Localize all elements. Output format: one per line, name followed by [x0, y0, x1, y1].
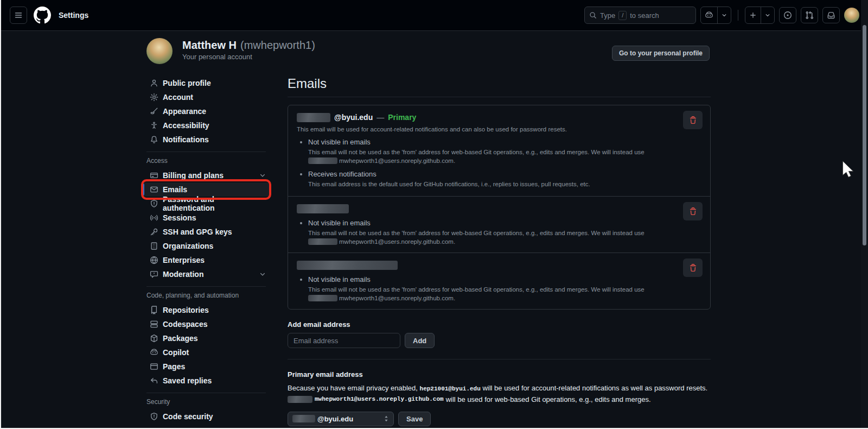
email-properties-list: Not visible in emails This email will no…: [297, 219, 675, 245]
plus-icon[interactable]: [745, 7, 761, 23]
sidebar-item-password-and-authentication[interactable]: Password and authentication: [142, 197, 270, 211]
issues-icon: [783, 11, 792, 20]
redacted-email-prefix: [292, 415, 315, 422]
sidebar-item-label: Packages: [163, 334, 198, 343]
sidebar-item-billing-and-plans[interactable]: Billing and plans: [142, 168, 270, 182]
user-avatar[interactable]: [844, 8, 859, 23]
sidebar-item-label: Notifications: [163, 135, 209, 144]
email-address-line: [297, 260, 675, 270]
email-address-input[interactable]: [288, 333, 400, 348]
sidebar-item-saved-replies[interactable]: Saved replies: [142, 374, 270, 388]
go-to-profile-button[interactable]: Go to your personal profile: [612, 46, 710, 61]
select-arrows-icon: [384, 415, 389, 422]
page-scrollbar-thumb[interactable]: [863, 25, 866, 245]
hamburger-icon: [14, 11, 23, 20]
person-icon: [150, 79, 158, 87]
noreply-address: mwhepworth1@users.noreply.github.com.: [339, 157, 455, 164]
copilot-dropdown-chevron-icon[interactable]: [717, 7, 731, 23]
sidebar-divider: [146, 152, 266, 152]
shield-icon: [150, 412, 158, 421]
sidebar-item-copilot[interactable]: Copilot: [142, 345, 270, 359]
trash-icon: [689, 116, 697, 124]
sidebar-item-label: Code security: [163, 412, 213, 421]
delete-email-button[interactable]: [683, 111, 703, 129]
create-dropdown-chevron-icon[interactable]: [761, 7, 774, 23]
page-context-title: Settings: [59, 11, 88, 20]
email-list: @byui.edu — Primary This email will be u…: [288, 105, 711, 310]
sidebar-item-label: Enterprises: [163, 256, 205, 264]
sidebar-item-organizations[interactable]: Organizations: [142, 239, 270, 253]
copilot-icon[interactable]: [701, 7, 717, 23]
redacted-text: [308, 238, 337, 245]
primary-email-form: @byui.edu Save: [288, 412, 711, 426]
delete-email-button[interactable]: [683, 202, 703, 220]
global-header: Settings Type / to search: [1, 0, 868, 31]
profile-username: (mwhepworth1): [240, 39, 315, 52]
noreply-address-line: mwhepworth1@users.noreply.github.com.: [308, 157, 675, 164]
search-icon: [589, 11, 597, 19]
sidebar-item-packages[interactable]: Packages: [142, 331, 270, 345]
email-address-line: [297, 204, 675, 213]
global-search-input[interactable]: Type / to search: [584, 7, 696, 24]
pull-requests-button[interactable]: [801, 7, 818, 23]
profile-avatar[interactable]: [146, 38, 173, 64]
issues-button[interactable]: [779, 7, 796, 23]
sidebar-item-repositories[interactable]: Repositories: [142, 303, 270, 317]
property-description: This email address is the default used f…: [308, 180, 675, 188]
browser-icon: [150, 362, 158, 371]
hamburger-menu-button[interactable]: [10, 7, 27, 24]
sidebar-divider: [146, 286, 266, 287]
sidebar-item-codespaces[interactable]: Codespaces: [142, 317, 270, 331]
sidebar-item-label: Organizations: [163, 242, 213, 250]
sidebar-item-account[interactable]: Account: [142, 90, 270, 104]
inbox-button[interactable]: [822, 7, 840, 23]
sidebar-item-notifications[interactable]: Notifications: [142, 133, 270, 147]
property-description: This email will not be used as the 'from…: [308, 285, 675, 294]
sidebar-item-code-security[interactable]: Code security: [142, 409, 270, 424]
profile-name: Matthew H: [182, 39, 237, 52]
sidebar-item-moderation[interactable]: Moderation: [142, 267, 270, 281]
sidebar-item-label: Accessibility: [163, 121, 209, 130]
sidebar-item-label: Copilot: [163, 348, 189, 357]
page-scrollbar-track[interactable]: [861, 0, 868, 428]
header-actions: Type / to search: [584, 7, 859, 24]
package-icon: [150, 334, 158, 343]
email-entry-tertiary: Not visible in emails This email will no…: [288, 253, 710, 309]
inbox-icon: [827, 11, 835, 20]
title-divider: [288, 97, 711, 97]
github-settings-emails-page: { "colors": { "accent_green": "#3fb950",…: [0, 0, 868, 429]
sidebar-item-label: Codespaces: [163, 320, 207, 329]
organization-icon: [150, 242, 158, 250]
paintbrush-icon: [150, 107, 158, 116]
sidebar-item-enterprises[interactable]: Enterprises: [142, 253, 270, 267]
shield-lock-icon: [150, 199, 158, 208]
sidebar-item-public-profile[interactable]: Public profile: [142, 76, 270, 90]
separator-dash: —: [376, 113, 384, 122]
sidebar-item-label: Emails: [163, 185, 187, 194]
github-logo-icon[interactable]: [34, 7, 51, 24]
sidebar-item-sessions[interactable]: Sessions: [142, 211, 270, 225]
add-email-row: Add: [288, 333, 711, 348]
settings-container: Matthew H (mwhepworth1) Your personal ac…: [142, 30, 711, 429]
email-entry-primary: @byui.edu — Primary This email will be u…: [288, 105, 710, 196]
sidebar-item-accessibility[interactable]: Accessibility: [142, 118, 270, 133]
sidebar-item-pages[interactable]: Pages: [142, 359, 270, 374]
save-primary-email-button[interactable]: Save: [398, 412, 431, 426]
email-property: Receives notifications This email addres…: [308, 170, 675, 188]
add-email-button[interactable]: Add: [405, 333, 435, 348]
sidebar-item-label: Public profile: [163, 79, 211, 87]
emails-settings-main: Emails @byui.edu — Primary This email wi…: [288, 76, 711, 429]
sidebar-section-code: Code, planning, and automation: [142, 292, 270, 299]
property-description: This email will not be used as the 'from…: [308, 229, 675, 237]
primary-email-select[interactable]: @byui.edu: [288, 412, 394, 426]
email-property: Not visible in emails This email will no…: [308, 219, 675, 245]
sidebar-item-ssh-and-gpg-keys[interactable]: SSH and GPG keys: [142, 225, 270, 239]
settings-sidebar: Public profile Account Appearance Access…: [142, 76, 270, 424]
property-title: Not visible in emails: [308, 138, 675, 146]
delete-email-button[interactable]: [683, 258, 703, 277]
sidebar-item-label: Moderation: [163, 270, 203, 279]
sidebar-item-appearance[interactable]: Appearance: [142, 104, 270, 118]
sidebar-item-label: Password and authentication: [163, 195, 266, 212]
chevron-down-icon: [259, 271, 266, 277]
sidebar-divider: [146, 393, 266, 393]
